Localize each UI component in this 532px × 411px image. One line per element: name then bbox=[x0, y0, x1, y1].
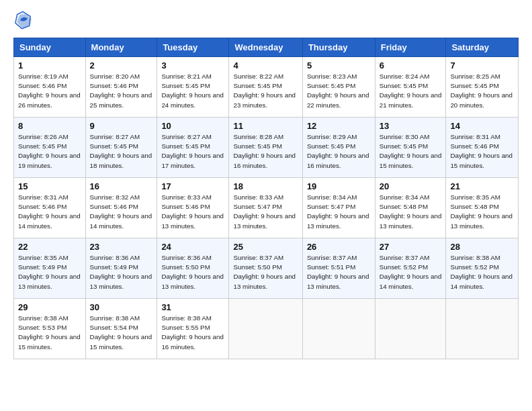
day-detail: Sunrise: 8:38 AMSunset: 5:53 PMDaylight:… bbox=[18, 314, 81, 351]
day-detail: Sunrise: 8:37 AMSunset: 5:50 PMDaylight:… bbox=[233, 254, 296, 290]
day-cell: 30 Sunrise: 8:38 AMSunset: 5:54 PMDaylig… bbox=[85, 299, 157, 359]
day-cell: 10 Sunrise: 8:27 AMSunset: 5:45 PMDaylig… bbox=[157, 118, 229, 178]
day-number: 12 bbox=[307, 121, 371, 131]
day-detail: Sunrise: 8:37 AMSunset: 5:51 PMDaylight:… bbox=[307, 254, 369, 290]
day-detail: Sunrise: 8:33 AMSunset: 5:47 PMDaylight:… bbox=[233, 193, 296, 230]
day-detail: Sunrise: 8:36 AMSunset: 5:50 PMDaylight:… bbox=[161, 254, 224, 290]
day-cell: 14 Sunrise: 8:31 AMSunset: 5:46 PMDaylig… bbox=[446, 118, 519, 178]
day-cell: 18 Sunrise: 8:33 AMSunset: 5:47 PMDaylig… bbox=[229, 178, 302, 238]
day-cell: 9 Sunrise: 8:27 AMSunset: 5:45 PMDayligh… bbox=[85, 118, 157, 178]
col-header-tuesday: Tuesday bbox=[157, 38, 229, 57]
logo-icon bbox=[13, 11, 32, 30]
day-cell: 31 Sunrise: 8:38 AMSunset: 5:55 PMDaylig… bbox=[157, 299, 229, 359]
day-detail: Sunrise: 8:36 AMSunset: 5:49 PMDaylight:… bbox=[90, 254, 152, 290]
day-cell: 8 Sunrise: 8:26 AMSunset: 5:45 PMDayligh… bbox=[14, 118, 86, 178]
day-cell bbox=[302, 299, 375, 359]
day-detail: Sunrise: 8:27 AMSunset: 5:45 PMDaylight:… bbox=[161, 133, 224, 169]
day-detail: Sunrise: 8:33 AMSunset: 5:46 PMDaylight:… bbox=[161, 193, 224, 230]
day-detail: Sunrise: 8:31 AMSunset: 5:46 PMDaylight:… bbox=[450, 133, 513, 169]
day-detail: Sunrise: 8:32 AMSunset: 5:46 PMDaylight:… bbox=[90, 193, 152, 230]
day-cell: 3 Sunrise: 8:21 AMSunset: 5:45 PMDayligh… bbox=[157, 57, 229, 118]
day-number: 16 bbox=[90, 181, 153, 191]
day-cell: 20 Sunrise: 8:34 AMSunset: 5:48 PMDaylig… bbox=[375, 178, 446, 238]
week-row-2: 8 Sunrise: 8:26 AMSunset: 5:45 PMDayligh… bbox=[14, 118, 519, 178]
day-detail: Sunrise: 8:34 AMSunset: 5:47 PMDaylight:… bbox=[307, 193, 369, 230]
day-cell: 23 Sunrise: 8:36 AMSunset: 5:49 PMDaylig… bbox=[85, 238, 157, 299]
day-cell: 24 Sunrise: 8:36 AMSunset: 5:50 PMDaylig… bbox=[157, 238, 229, 299]
day-detail: Sunrise: 8:34 AMSunset: 5:48 PMDaylight:… bbox=[380, 193, 442, 230]
day-number: 20 bbox=[380, 181, 442, 191]
day-cell: 6 Sunrise: 8:24 AMSunset: 5:45 PMDayligh… bbox=[375, 57, 446, 118]
day-number: 8 bbox=[18, 121, 81, 131]
day-detail: Sunrise: 8:31 AMSunset: 5:46 PMDaylight:… bbox=[18, 193, 81, 230]
day-detail: Sunrise: 8:37 AMSunset: 5:52 PMDaylight:… bbox=[380, 254, 442, 290]
day-number: 26 bbox=[307, 242, 371, 252]
col-header-sunday: Sunday bbox=[14, 38, 86, 57]
day-cell: 21 Sunrise: 8:35 AMSunset: 5:48 PMDaylig… bbox=[446, 178, 519, 238]
day-number: 1 bbox=[18, 60, 81, 71]
week-row-5: 29 Sunrise: 8:38 AMSunset: 5:53 PMDaylig… bbox=[14, 299, 519, 359]
day-cell: 26 Sunrise: 8:37 AMSunset: 5:51 PMDaylig… bbox=[302, 238, 375, 299]
day-detail: Sunrise: 8:35 AMSunset: 5:48 PMDaylight:… bbox=[450, 193, 513, 230]
day-detail: Sunrise: 8:19 AMSunset: 5:46 PMDaylight:… bbox=[18, 73, 81, 109]
day-number: 3 bbox=[161, 60, 224, 71]
day-number: 25 bbox=[233, 242, 298, 252]
day-number: 2 bbox=[90, 60, 153, 71]
day-number: 6 bbox=[380, 60, 442, 71]
day-cell: 12 Sunrise: 8:29 AMSunset: 5:45 PMDaylig… bbox=[302, 118, 375, 178]
day-number: 11 bbox=[233, 121, 298, 131]
day-detail: Sunrise: 8:22 AMSunset: 5:45 PMDaylight:… bbox=[233, 73, 296, 109]
day-cell: 2 Sunrise: 8:20 AMSunset: 5:46 PMDayligh… bbox=[85, 57, 157, 118]
col-header-friday: Friday bbox=[375, 38, 446, 57]
day-cell: 28 Sunrise: 8:38 AMSunset: 5:52 PMDaylig… bbox=[446, 238, 519, 299]
day-number: 31 bbox=[161, 302, 224, 312]
day-number: 7 bbox=[450, 60, 514, 71]
day-detail: Sunrise: 8:23 AMSunset: 5:45 PMDaylight:… bbox=[307, 73, 369, 109]
day-number: 23 bbox=[90, 242, 153, 252]
day-detail: Sunrise: 8:25 AMSunset: 5:45 PMDaylight:… bbox=[450, 73, 513, 109]
day-number: 4 bbox=[233, 60, 298, 71]
week-row-3: 15 Sunrise: 8:31 AMSunset: 5:46 PMDaylig… bbox=[14, 178, 519, 238]
col-header-saturday: Saturday bbox=[446, 38, 519, 57]
day-detail: Sunrise: 8:24 AMSunset: 5:45 PMDaylight:… bbox=[380, 73, 442, 109]
day-detail: Sunrise: 8:29 AMSunset: 5:45 PMDaylight:… bbox=[307, 133, 369, 169]
day-number: 18 bbox=[233, 181, 298, 191]
day-detail: Sunrise: 8:28 AMSunset: 5:45 PMDaylight:… bbox=[233, 133, 296, 169]
day-number: 28 bbox=[450, 242, 514, 252]
day-number: 19 bbox=[307, 181, 371, 191]
day-detail: Sunrise: 8:21 AMSunset: 5:45 PMDaylight:… bbox=[161, 73, 224, 109]
day-number: 13 bbox=[380, 121, 442, 131]
day-cell: 25 Sunrise: 8:37 AMSunset: 5:50 PMDaylig… bbox=[229, 238, 302, 299]
page: SundayMondayTuesdayWednesdayThursdayFrid… bbox=[0, 0, 532, 411]
day-cell bbox=[229, 299, 302, 359]
day-number: 27 bbox=[380, 242, 442, 252]
day-cell: 27 Sunrise: 8:37 AMSunset: 5:52 PMDaylig… bbox=[375, 238, 446, 299]
day-detail: Sunrise: 8:26 AMSunset: 5:45 PMDaylight:… bbox=[18, 133, 81, 169]
day-number: 5 bbox=[307, 60, 371, 71]
day-number: 30 bbox=[90, 302, 153, 312]
day-number: 14 bbox=[450, 121, 514, 131]
day-number: 9 bbox=[90, 121, 153, 131]
col-header-monday: Monday bbox=[85, 38, 157, 57]
day-cell bbox=[446, 299, 519, 359]
day-cell: 4 Sunrise: 8:22 AMSunset: 5:45 PMDayligh… bbox=[229, 57, 302, 118]
day-number: 29 bbox=[18, 302, 81, 312]
col-header-wednesday: Wednesday bbox=[229, 38, 302, 57]
day-detail: Sunrise: 8:35 AMSunset: 5:49 PMDaylight:… bbox=[18, 254, 81, 290]
col-header-thursday: Thursday bbox=[302, 38, 375, 57]
calendar-header-row: SundayMondayTuesdayWednesdayThursdayFrid… bbox=[14, 38, 519, 57]
day-detail: Sunrise: 8:38 AMSunset: 5:52 PMDaylight:… bbox=[450, 254, 513, 290]
day-cell: 17 Sunrise: 8:33 AMSunset: 5:46 PMDaylig… bbox=[157, 178, 229, 238]
week-row-4: 22 Sunrise: 8:35 AMSunset: 5:49 PMDaylig… bbox=[14, 238, 519, 299]
day-cell: 19 Sunrise: 8:34 AMSunset: 5:47 PMDaylig… bbox=[302, 178, 375, 238]
day-cell: 5 Sunrise: 8:23 AMSunset: 5:45 PMDayligh… bbox=[302, 57, 375, 118]
day-cell: 22 Sunrise: 8:35 AMSunset: 5:49 PMDaylig… bbox=[14, 238, 86, 299]
day-number: 24 bbox=[161, 242, 224, 252]
day-cell: 1 Sunrise: 8:19 AMSunset: 5:46 PMDayligh… bbox=[14, 57, 86, 118]
day-detail: Sunrise: 8:20 AMSunset: 5:46 PMDaylight:… bbox=[90, 73, 152, 109]
day-number: 17 bbox=[161, 181, 224, 191]
calendar-table: SundayMondayTuesdayWednesdayThursdayFrid… bbox=[13, 38, 519, 359]
day-detail: Sunrise: 8:30 AMSunset: 5:45 PMDaylight:… bbox=[380, 133, 442, 169]
day-detail: Sunrise: 8:38 AMSunset: 5:54 PMDaylight:… bbox=[90, 314, 152, 351]
logo bbox=[13, 11, 35, 30]
